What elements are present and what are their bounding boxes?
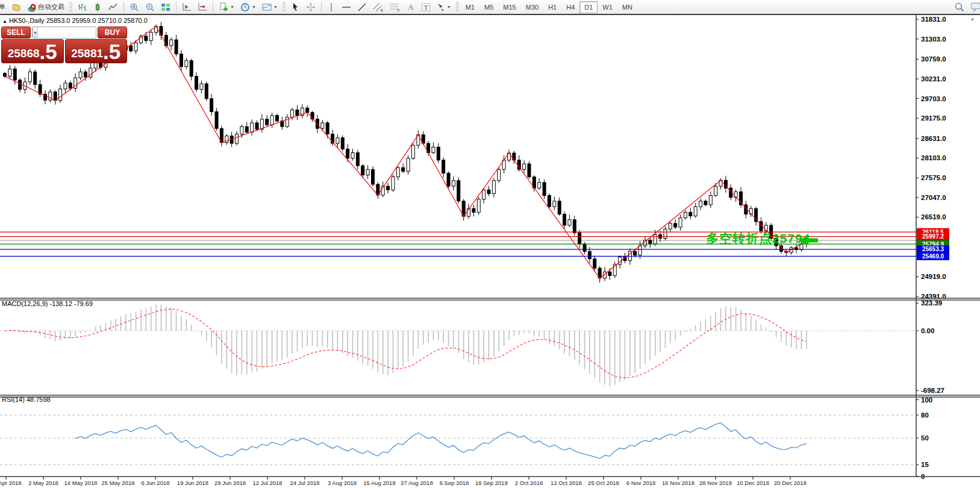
sell-price-panel[interactable]: 25868.5 bbox=[1, 39, 64, 63]
svg-text:F: F bbox=[398, 8, 400, 12]
sell-button[interactable]: SELL bbox=[1, 27, 31, 39]
new-chart-icon bbox=[219, 2, 228, 12]
zoom-in-button[interactable] bbox=[126, 1, 142, 14]
tab-timeframe-h1[interactable]: H1 bbox=[543, 1, 561, 13]
equidistant-channel-tool[interactable]: E bbox=[370, 1, 387, 14]
search-icon[interactable] bbox=[951, 0, 967, 14]
chat-icon[interactable] bbox=[967, 0, 980, 14]
sell-price-frac: .5 bbox=[40, 42, 57, 61]
periodicity-dropdown[interactable]: ▼ bbox=[237, 1, 259, 14]
buy-price-frac: .5 bbox=[103, 42, 120, 61]
chart-text-annotation[interactable]: 多空转折点25794 bbox=[706, 230, 810, 247]
timeframe-group: M1 M5 M15 M30 H1 H4 D1 W1 MN bbox=[461, 0, 637, 14]
one-click-collapse-icon[interactable]: ▲ bbox=[2, 19, 7, 24]
sell-price-int: 25868 bbox=[8, 46, 40, 61]
tab-timeframe-m15[interactable]: M15 bbox=[498, 1, 520, 13]
vertical-line-tool[interactable] bbox=[324, 1, 339, 14]
templates-dropdown[interactable]: ▼ bbox=[259, 1, 281, 14]
new-order-partial-label: 单 bbox=[0, 2, 5, 11]
toolbar-drag-handle[interactable] bbox=[456, 2, 459, 12]
cursor-tool-button[interactable] bbox=[287, 1, 303, 14]
macd-indicator-label: MACD(12,26,9) -138.12 -79.69 bbox=[2, 300, 93, 307]
auto-trading-label: 自动交易 bbox=[38, 2, 64, 11]
chart-shift-button[interactable] bbox=[195, 1, 210, 14]
one-click-trading-panel: SELL ▼ ▲ BUY 25868.5 25881.5 bbox=[1, 27, 127, 63]
toolbar-drag-handle[interactable] bbox=[69, 2, 72, 12]
candlestick-mode-button[interactable] bbox=[90, 1, 105, 14]
bar-chart-mode-button[interactable] bbox=[74, 1, 90, 14]
tab-timeframe-m30[interactable]: M30 bbox=[521, 1, 543, 13]
volume-input[interactable] bbox=[38, 27, 96, 38]
trendline-tool[interactable] bbox=[354, 1, 370, 14]
price-axis[interactable] bbox=[916, 15, 980, 477]
svg-text:T: T bbox=[423, 4, 428, 11]
volume-decrease-button[interactable]: ▼ bbox=[33, 27, 38, 38]
new-chart-dropdown[interactable]: ▼ bbox=[216, 1, 237, 14]
crosshair-tool-button[interactable] bbox=[303, 1, 319, 14]
buy-price-panel[interactable]: 25881.5 bbox=[65, 39, 128, 63]
text-label-tool[interactable]: T bbox=[418, 1, 434, 14]
svg-text:E: E bbox=[381, 8, 383, 12]
line-chart-mode-button[interactable] bbox=[105, 1, 121, 14]
auto-scroll-button[interactable] bbox=[179, 1, 195, 14]
order-doc-icon[interactable] bbox=[8, 1, 24, 14]
buy-price-int: 25881 bbox=[71, 46, 103, 61]
svg-text:A: A bbox=[408, 3, 413, 11]
new-order-button[interactable]: 单 bbox=[0, 1, 8, 13]
text-tool[interactable]: A bbox=[404, 1, 418, 14]
tab-timeframe-d1[interactable]: D1 bbox=[579, 1, 598, 13]
tab-timeframe-m1[interactable]: M1 bbox=[461, 1, 479, 13]
tab-timeframe-m5[interactable]: M5 bbox=[479, 1, 498, 13]
tile-windows-button[interactable] bbox=[158, 1, 173, 14]
chart-window[interactable]: 26118.525997.225794.925653.325469.031831… bbox=[0, 15, 980, 488]
time-axis[interactable] bbox=[0, 477, 980, 488]
main-toolbar: 单 自动交易 bbox=[0, 0, 980, 15]
zoom-out-button[interactable] bbox=[142, 1, 158, 14]
tab-timeframe-mn[interactable]: MN bbox=[617, 1, 637, 13]
buy-button[interactable]: BUY bbox=[98, 27, 127, 39]
auto-trading-icon bbox=[27, 2, 37, 12]
chart-ohlc-values: 25853.0 25959.0 25710.0 25870.0 bbox=[46, 17, 148, 24]
tab-timeframe-h4[interactable]: H4 bbox=[561, 1, 579, 13]
chart-symbol-period: HK50-,Daily bbox=[9, 17, 45, 24]
horizontal-line-tool[interactable] bbox=[339, 1, 354, 14]
fibonacci-tool[interactable]: F bbox=[387, 1, 404, 14]
chart-canvas[interactable]: 26118.525997.225794.925653.325469.031831… bbox=[0, 15, 980, 488]
template-icon bbox=[262, 2, 272, 12]
clock-icon bbox=[240, 2, 250, 12]
toolbar-drag-handle[interactable] bbox=[282, 2, 286, 12]
rsi-indicator-label: RSI(14) 48.7598 bbox=[2, 396, 51, 403]
tab-timeframe-w1[interactable]: W1 bbox=[598, 1, 617, 13]
chart-title: ▲HK50-,Daily 25853.0 25959.0 25710.0 258… bbox=[2, 17, 148, 24]
auto-trading-button[interactable]: 自动交易 bbox=[24, 1, 67, 14]
arrows-tool-dropdown[interactable]: ▼ bbox=[434, 1, 454, 14]
